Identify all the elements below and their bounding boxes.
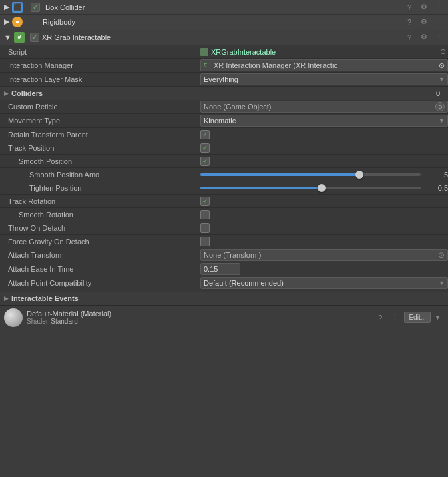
material-shader-label: Shader — [27, 318, 48, 325]
custom-reticle-select[interactable]: ⊙ — [435, 102, 445, 111]
interaction-manager-row: Interaction Manager # XR Interaction Man… — [0, 59, 448, 73]
rigidbody-name: Rigidbody — [43, 18, 401, 26]
script-select-btn[interactable]: ⊙ — [437, 47, 448, 57]
force-gravity-label: Force Gravity On Detach — [0, 237, 200, 246]
layer-mask-label: Interaction Layer Mask — [0, 75, 200, 83]
smooth-pos-amount-value: 5 — [200, 171, 448, 179]
manager-select-icon: ⊙ — [439, 61, 445, 70]
rigidbody-help[interactable]: ? — [404, 17, 415, 27]
interactable-events-section[interactable]: ▶ Interactable Events — [0, 292, 448, 305]
smooth-pos-slider-thumb[interactable] — [355, 171, 363, 179]
smooth-rotation-checkbox[interactable] — [200, 210, 210, 219]
layer-mask-text: Everything — [204, 75, 238, 83]
throw-on-detach-value — [200, 223, 448, 233]
smooth-pos-amount-label: Smooth Position Amo — [0, 171, 200, 179]
track-rotation-checkbox[interactable] — [200, 197, 210, 206]
box-collider-icon: ⬛ — [12, 2, 23, 13]
movement-type-arrow: ▼ — [439, 117, 445, 124]
attach-transform-select[interactable]: ⊙ — [438, 250, 445, 260]
attach-transform-field[interactable]: None (Transform) ⊙ — [200, 249, 448, 261]
smooth-pos-slider-fill — [200, 173, 359, 176]
attach-ease-value — [200, 263, 448, 275]
movement-type-row: Movement Type Kinematic ▼ — [0, 114, 448, 128]
rigidbody-settings[interactable]: ⚙ — [419, 17, 429, 27]
interaction-manager-field[interactable]: # XR Interaction Manager (XR Interactic … — [200, 59, 448, 71]
xr-grab-menu[interactable]: ⋮ — [433, 32, 444, 43]
inspector-panel: ▶ ⬛ ✓ Box Collider ? ⚙ ⋮ ▶ ● Rigidbody ?… — [0, 0, 448, 328]
tighten-slider-fill — [200, 187, 322, 189]
attach-point-label: Attach Point Compatibility — [0, 279, 200, 287]
rigidbody-icon: ● — [12, 17, 23, 27]
colliders-section[interactable]: ▶ Colliders 0 — [0, 87, 448, 100]
box-collider-actions: ? ⚙ ⋮ — [404, 2, 444, 13]
attach-point-value: Default (Recommended) ▼ — [200, 277, 448, 289]
smooth-pos-slider-container: 5 — [200, 171, 448, 179]
smooth-position-checkbox[interactable] — [200, 157, 210, 166]
smooth-position-value — [200, 157, 448, 166]
material-help[interactable]: ? — [375, 312, 385, 323]
smooth-rotation-label: Smooth Rotation — [0, 211, 200, 219]
movement-type-label: Movement Type — [0, 117, 200, 125]
attach-ease-label: Attach Ease In Time — [0, 265, 200, 273]
xr-grab-actions: ? ⚙ ⋮ — [404, 32, 444, 43]
track-position-row: Track Position — [0, 141, 448, 155]
script-value-container: XRGrabInteractable ⊙ — [200, 47, 448, 57]
rigidbody-expand[interactable]: ▶ — [4, 17, 9, 26]
layer-mask-arrow: ▼ — [439, 76, 445, 83]
box-collider-toggle[interactable]: ✓ — [31, 3, 40, 12]
box-collider-component: ▶ ⬛ ✓ Box Collider ? ⚙ ⋮ — [0, 0, 448, 15]
attach-ease-input[interactable] — [200, 263, 240, 275]
tighten-slider-thumb[interactable] — [318, 184, 326, 192]
attach-ease-row: Attach Ease In Time — [0, 262, 448, 276]
smooth-rotation-row: Smooth Rotation — [0, 208, 448, 221]
xr-grab-body: Script XRGrabInteractable ⊙ Interaction … — [0, 45, 448, 306]
custom-reticle-text: None (Game Object) — [204, 103, 271, 111]
xr-grab-help[interactable]: ? — [404, 32, 415, 43]
track-position-value — [200, 143, 448, 153]
smooth-pos-slider-track[interactable] — [200, 173, 421, 176]
script-value: XRGrabInteractable — [200, 48, 276, 56]
box-collider-menu[interactable]: ⋮ — [433, 2, 444, 13]
material-edit-btn[interactable]: Edit... — [404, 312, 431, 323]
attach-point-arrow: ▼ — [439, 280, 445, 286]
movement-type-text: Kinematic — [204, 117, 236, 125]
box-collider-settings[interactable]: ⚙ — [419, 2, 429, 13]
rigidbody-component: ▶ ● Rigidbody ? ⚙ ⋮ — [0, 15, 448, 29]
material-menu[interactable]: ⋮ — [389, 312, 400, 323]
custom-reticle-field[interactable]: None (Game Object) ⊙ — [200, 101, 448, 113]
custom-reticle-row: Custom Reticle None (Game Object) ⊙ — [0, 100, 448, 114]
tighten-slider-track[interactable] — [200, 187, 421, 189]
xr-grab-settings[interactable]: ⚙ — [419, 32, 429, 43]
retain-transform-checkbox[interactable] — [200, 130, 210, 139]
attach-transform-text: None (Transform) — [204, 251, 261, 259]
layer-mask-dropdown[interactable]: Everything ▼ — [200, 73, 448, 85]
script-file-icon — [200, 48, 208, 56]
material-sphere — [4, 308, 23, 327]
xr-grab-toggle[interactable]: ✓ — [30, 33, 39, 42]
interactable-events-name: Interactable Events — [11, 294, 444, 302]
smooth-position-label: Smooth Position — [0, 157, 200, 165]
rigidbody-actions: ? ⚙ ⋮ — [404, 17, 444, 27]
box-collider-name: Box Collider — [45, 3, 401, 11]
box-collider-help[interactable]: ? — [404, 2, 415, 13]
xr-grab-expand[interactable]: ▼ — [4, 33, 11, 41]
script-label: Script — [0, 48, 200, 56]
rigidbody-menu[interactable]: ⋮ — [433, 17, 444, 27]
tighten-position-row: Tighten Position 0.5 — [0, 181, 448, 195]
box-collider-expand[interactable]: ▶ — [4, 3, 9, 11]
attach-point-dropdown[interactable]: Default (Recommended) ▼ — [200, 277, 448, 289]
track-rotation-value — [200, 197, 448, 206]
manager-name: XR Interaction Manager (XR Interactic — [214, 61, 338, 69]
layer-mask-value: Everything ▼ — [200, 73, 448, 85]
throw-on-detach-checkbox[interactable] — [200, 223, 210, 233]
tighten-position-value: 0.5 — [200, 184, 448, 192]
tighten-slider-container: 0.5 — [200, 184, 448, 192]
attach-transform-label: Attach Transform — [0, 251, 200, 259]
force-gravity-checkbox[interactable] — [200, 237, 210, 246]
movement-type-dropdown[interactable]: Kinematic ▼ — [200, 115, 448, 127]
manager-field-inner: # XR Interaction Manager (XR Interactic — [204, 61, 338, 69]
script-file-name: XRGrabInteractable — [211, 48, 276, 56]
track-position-checkbox[interactable] — [200, 143, 210, 153]
material-row: Default-Material (Material) Shader Stand… — [0, 306, 448, 328]
track-rotation-label: Track Rotation — [0, 197, 200, 205]
